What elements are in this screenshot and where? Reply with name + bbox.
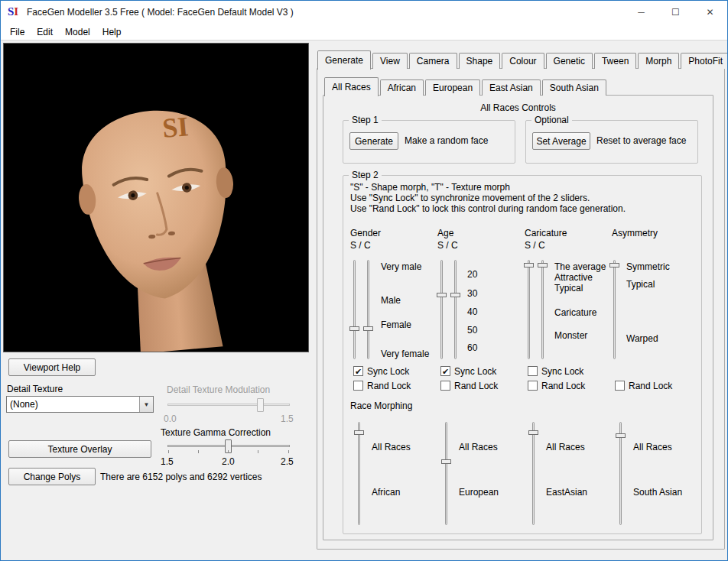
gender-sync-lock-label[interactable]: Sync Lock — [367, 366, 409, 377]
race-european-bottom-label: European — [459, 487, 499, 498]
gender-shape-slider[interactable] — [353, 260, 356, 359]
step1-legend: Step 1 — [349, 115, 382, 125]
age-sync-lock-checkbox[interactable]: ✔ — [440, 366, 450, 376]
set-average-caption: Reset to average face — [596, 135, 686, 146]
caricature-label-average: The average — [554, 261, 606, 272]
race-morphing-label: Race Morphing — [350, 400, 412, 411]
detail-texture-label: Detail Texture — [7, 384, 63, 394]
race-african-slider[interactable] — [358, 422, 360, 525]
change-polys-button[interactable]: Change Polys — [8, 468, 96, 485]
step1-group: Step 1 Generate Make a random face — [343, 120, 515, 164]
minimize-button[interactable]: ─ — [624, 1, 658, 23]
race-eastasian-thumb[interactable] — [528, 430, 538, 435]
tab-photofit[interactable]: PhotoFit — [681, 53, 728, 69]
age-shape-thumb[interactable] — [437, 293, 447, 297]
gender-shape-thumb[interactable] — [349, 326, 359, 331]
caricature-sub: S / C — [525, 240, 545, 251]
asymmetry-label-symmetric: Symmetric — [626, 261, 670, 272]
tab-east-asian[interactable]: East Asian — [482, 79, 541, 96]
caricature-shape-slider[interactable] — [528, 260, 530, 359]
age-colour-slider[interactable] — [454, 260, 457, 359]
poly-info-text: There are 6152 polys and 6292 vertices — [100, 472, 262, 482]
face-logo: SI — [161, 111, 190, 144]
gender-rand-lock-label[interactable]: Rand Lock — [367, 381, 411, 391]
race-eastasian-top-label: All Races — [546, 442, 585, 452]
race-european-thumb[interactable] — [441, 459, 451, 464]
set-average-button[interactable]: Set Average — [532, 132, 590, 150]
age-sync-lock-label[interactable]: Sync Lock — [454, 366, 496, 377]
race-european-slider[interactable] — [445, 422, 447, 525]
race-southasian-bottom-label: South Asian — [633, 487, 682, 498]
tab-all-races[interactable]: All Races — [324, 77, 379, 96]
tab-genetic[interactable]: Genetic — [546, 53, 593, 69]
race-southasian-thumb[interactable] — [616, 433, 626, 438]
texture-overlay-button[interactable]: Texture Overlay — [8, 440, 151, 458]
menu-model[interactable]: Model — [59, 24, 96, 40]
maximize-icon: ☐ — [671, 7, 680, 18]
tab-tween[interactable]: Tween — [594, 53, 636, 69]
tab-european[interactable]: European — [425, 79, 480, 96]
gamma-mid-label: 2.0 — [222, 456, 235, 467]
tab-shape[interactable]: Shape — [459, 53, 501, 69]
tab-morph[interactable]: Morph — [638, 53, 679, 69]
generate-button[interactable]: Generate — [349, 132, 398, 150]
caricature-rand-lock-label[interactable]: Rand Lock — [541, 381, 585, 391]
tab-south-asian[interactable]: South Asian — [542, 79, 606, 96]
modulation-label: Detail Texture Modulation — [167, 384, 270, 395]
age-header: Age — [437, 228, 453, 238]
gamma-slider[interactable] — [167, 445, 290, 447]
gender-sync-lock-checkbox[interactable]: ✔ — [353, 366, 363, 376]
close-button[interactable]: ✕ — [693, 1, 727, 23]
caricature-sync-lock-checkbox[interactable] — [528, 366, 538, 376]
gender-colour-slider[interactable] — [367, 260, 369, 359]
gender-label-male: Male — [381, 295, 401, 306]
menu-file[interactable]: File — [4, 24, 31, 40]
tab-african[interactable]: African — [380, 79, 424, 96]
gamma-label: Texture Gamma Correction — [161, 427, 271, 438]
caricature-rand-lock-checkbox[interactable] — [528, 381, 538, 391]
viewport-help-button[interactable]: Viewport Help — [8, 358, 96, 376]
tab-camera[interactable]: Camera — [409, 53, 457, 69]
caricature-sync-lock-label[interactable]: Sync Lock — [541, 366, 583, 377]
maximize-button[interactable]: ☐ — [658, 1, 693, 23]
tab-colour[interactable]: Colour — [502, 53, 544, 69]
asymmetry-rand-lock-label[interactable]: Rand Lock — [629, 381, 672, 391]
gender-header: Gender — [350, 228, 381, 238]
app-logo-icon: SI — [8, 5, 18, 18]
age-shape-slider[interactable] — [440, 260, 443, 359]
gender-rand-lock-checkbox[interactable] — [353, 381, 363, 391]
asymmetry-rand-lock-checkbox[interactable] — [615, 381, 625, 391]
caricature-colour-thumb[interactable] — [538, 263, 548, 268]
gender-label-very-male: Very male — [381, 261, 421, 272]
detail-texture-select[interactable]: (None) ▼ — [6, 396, 154, 413]
race-southasian-slider[interactable] — [619, 422, 622, 525]
caricature-label-caricature: Caricature — [554, 307, 596, 318]
gamma-min-label: 1.5 — [161, 456, 174, 467]
asymmetry-slider[interactable] — [613, 260, 616, 359]
asymmetry-label-typical: Typical — [626, 279, 655, 290]
combo-arrow-icon[interactable]: ▼ — [139, 397, 153, 412]
menu-help[interactable]: Help — [96, 24, 128, 40]
app-logo-i: I — [14, 5, 18, 18]
viewport-3d[interactable]: SI — [3, 43, 309, 352]
asymmetry-thumb[interactable] — [609, 263, 619, 268]
asymmetry-label-warped: Warped — [626, 333, 658, 344]
caricature-shape-thumb[interactable] — [524, 263, 534, 268]
tab-view[interactable]: View — [372, 53, 408, 69]
race-african-thumb[interactable] — [354, 430, 364, 435]
gender-colour-thumb[interactable] — [363, 326, 373, 331]
caricature-label-attractive: Attractive — [554, 272, 593, 283]
race-eastasian-slider[interactable] — [532, 422, 535, 525]
minimize-icon: ─ — [638, 7, 645, 18]
race-african-top-label: All Races — [372, 442, 411, 452]
age-label-60: 60 — [467, 342, 477, 353]
tab-generate[interactable]: Generate — [317, 50, 371, 70]
step2-help2: Use "Sync Lock" to synchronize movement … — [350, 193, 590, 203]
age-colour-thumb[interactable] — [450, 293, 460, 297]
main-tab-strip: Generate View Camera Shape Colour Geneti… — [317, 50, 728, 69]
age-rand-lock-label[interactable]: Rand Lock — [454, 381, 498, 391]
menu-edit[interactable]: Edit — [31, 24, 59, 40]
age-rand-lock-checkbox[interactable] — [440, 381, 450, 391]
caricature-colour-slider[interactable] — [541, 260, 544, 359]
optional-legend: Optional — [531, 115, 572, 125]
